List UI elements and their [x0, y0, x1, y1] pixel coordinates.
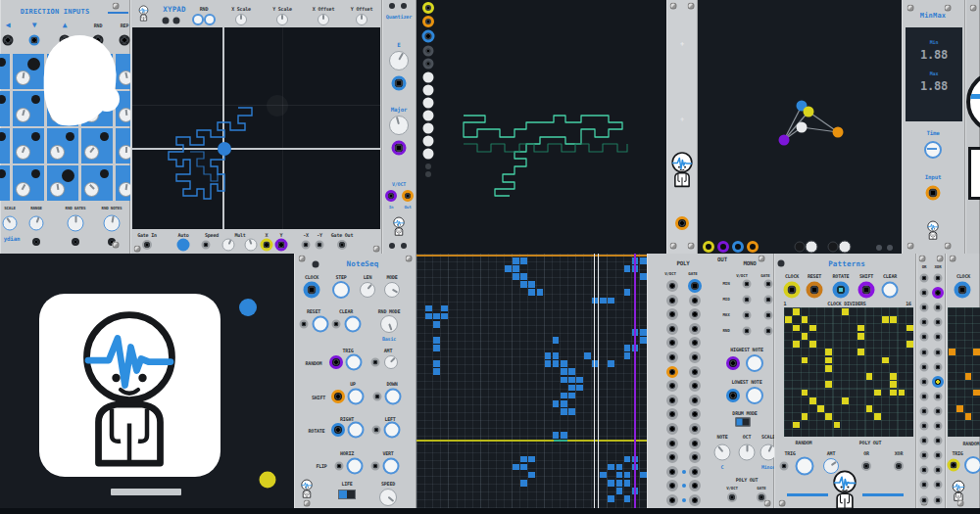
grid-cell[interactable] [809, 341, 816, 348]
xor-out-jack-9[interactable] [934, 392, 943, 400]
partial-grid-display[interactable] [948, 307, 980, 437]
cell-gate-dot[interactable] [31, 132, 40, 141]
grid-cell[interactable] [553, 360, 560, 367]
grid-cell[interactable] [608, 298, 614, 304]
shift-up-jack[interactable] [331, 390, 345, 403]
poly-voct-jack-7[interactable] [666, 366, 678, 378]
x-scale-knob[interactable] [235, 14, 247, 25]
grid-cell[interactable] [433, 313, 440, 320]
cell-note-knob[interactable] [119, 108, 130, 122]
grid-cell[interactable] [513, 257, 519, 264]
grid-cell[interactable] [513, 273, 519, 280]
cell-note-knob[interactable] [50, 145, 65, 160]
grid-cell[interactable] [817, 405, 824, 412]
or-out-jack-15[interactable] [920, 481, 929, 490]
shift-down-button[interactable] [385, 389, 402, 405]
grid-cell[interactable] [553, 337, 560, 344]
grid-cell[interactable] [568, 377, 575, 384]
grid-cell[interactable] [906, 341, 913, 348]
cell-gate-dot[interactable] [27, 58, 40, 70]
flip-horiz-button[interactable] [347, 458, 364, 475]
grid-cell[interactable] [965, 413, 972, 420]
or-out-jack-5[interactable] [920, 333, 929, 342]
patterns-grid-display[interactable] [784, 307, 913, 437]
grid-cell[interactable] [433, 368, 440, 375]
random-amt-knob[interactable] [384, 355, 398, 369]
grid-cell[interactable] [624, 352, 631, 359]
patterns-clear-button[interactable] [882, 282, 899, 299]
or-out-jack-10[interactable] [920, 406, 929, 415]
x-out-jack[interactable] [261, 239, 273, 252]
xor-out-jack-8[interactable] [932, 376, 944, 388]
noteseq-grid-display[interactable] [416, 254, 647, 508]
partial-trig-jack[interactable] [948, 459, 960, 472]
grid-cell[interactable] [528, 281, 535, 288]
grid-cell[interactable] [802, 390, 808, 397]
patterns-clock-jack[interactable] [784, 282, 801, 299]
grid-cell[interactable] [505, 265, 512, 272]
mono-voct-jack[interactable] [743, 311, 752, 320]
grid-cell[interactable] [825, 381, 832, 388]
mono-voct-jack[interactable] [743, 280, 752, 289]
grid-cell[interactable] [949, 349, 956, 355]
poly-gate-jack-13[interactable] [689, 451, 701, 463]
direction-cell[interactable] [116, 165, 130, 201]
step-button[interactable] [332, 281, 350, 299]
scale-knob[interactable] [3, 216, 18, 231]
grid-cell[interactable] [545, 360, 552, 367]
mono-gate-jack[interactable] [764, 327, 773, 336]
grid-cell[interactable] [624, 480, 631, 487]
mono-gate-jack[interactable] [764, 311, 773, 320]
mono-voct-jack[interactable] [743, 296, 752, 304]
grid-cell[interactable] [576, 385, 583, 392]
cell-note-knob[interactable] [50, 182, 65, 197]
random-amt-jack[interactable] [371, 358, 380, 367]
grid-cell[interactable] [561, 400, 567, 407]
grid-cell[interactable] [616, 488, 623, 494]
playhead-line[interactable] [594, 254, 595, 508]
grid-cell[interactable] [553, 352, 560, 359]
grid-cell[interactable] [858, 333, 864, 340]
xor-out-jack-1[interactable] [934, 274, 943, 283]
cell-gate-dot[interactable] [31, 95, 40, 104]
xor-out-jack-4[interactable] [934, 318, 943, 327]
or-out-jack-16[interactable] [920, 495, 929, 504]
grid-cell[interactable] [624, 495, 631, 502]
grid-cell[interactable] [834, 422, 841, 429]
rotate-left-button[interactable] [384, 422, 401, 439]
rotate-right-jack[interactable] [331, 423, 345, 437]
grid-cell[interactable] [809, 325, 816, 332]
grid-cell[interactable] [842, 308, 849, 315]
patterns-xor-jack[interactable] [894, 461, 904, 471]
constellation-ball[interactable] [804, 107, 814, 117]
grid-cell[interactable] [608, 360, 614, 367]
ball-out-jack[interactable] [717, 241, 729, 253]
rnd-button[interactable] [204, 14, 216, 25]
direction-cell[interactable] [0, 165, 10, 201]
grid-cell[interactable] [425, 313, 432, 320]
range-knob[interactable] [29, 216, 44, 231]
or-out-jack-13[interactable] [920, 451, 929, 460]
xypad-touch-surface[interactable] [132, 27, 380, 229]
direction-cell[interactable] [116, 54, 130, 89]
grid-cell[interactable] [513, 464, 519, 471]
grid-cell[interactable] [956, 405, 963, 412]
quantizer-button[interactable] [401, 243, 407, 249]
time-knob[interactable] [924, 141, 942, 159]
grid-cell[interactable] [433, 321, 440, 328]
grid-cell[interactable] [809, 397, 816, 404]
xypad-menu-button[interactable] [173, 18, 180, 24]
noteseq-menu-button[interactable] [313, 261, 319, 268]
poly-gate-jack-7[interactable] [689, 366, 701, 378]
life-speed-knob[interactable] [379, 489, 397, 506]
grid-cell[interactable] [553, 400, 560, 407]
xor-out-jack-11[interactable] [934, 422, 943, 431]
poly-gate-jack-3[interactable] [689, 308, 701, 320]
partial-trig-button[interactable] [964, 456, 980, 474]
length-marker-line[interactable] [634, 254, 636, 508]
cell-note-knob[interactable] [119, 182, 130, 197]
mode-knob[interactable] [384, 282, 400, 298]
minmax-input-jack[interactable] [926, 186, 941, 201]
rnd-gates-knob[interactable] [68, 215, 84, 232]
oct-knob[interactable] [739, 444, 756, 461]
